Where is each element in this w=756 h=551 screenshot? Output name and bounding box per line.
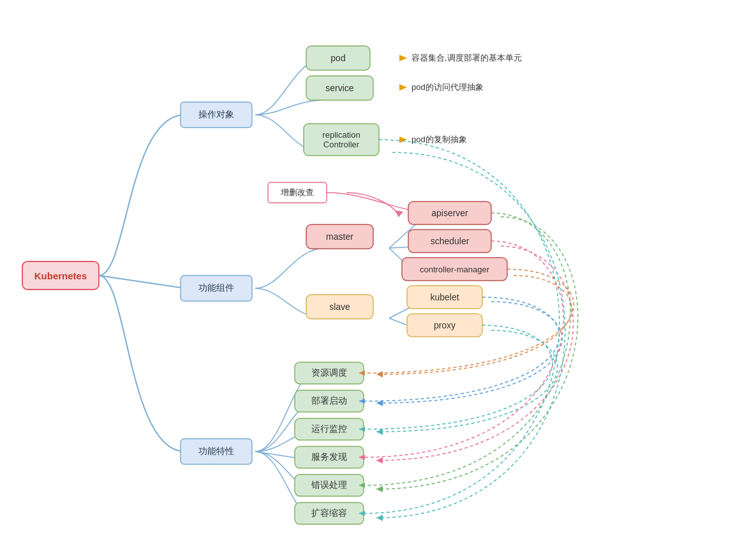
pod-annotation: 容器集合,调度部署的基本单元	[411, 53, 522, 62]
mind-map: Kubernetes 操作对象 功能组件 功能特性 pod 容器集合,调度部署的…	[0, 0, 756, 551]
bushu-label: 部署启动	[295, 390, 364, 412]
ctrlmgr-label: controller-manager	[402, 258, 507, 281]
yunxing-label: 运行监控	[295, 418, 364, 440]
cat3-label: 功能特性	[181, 439, 252, 464]
kubelet-label: kubelet	[407, 286, 482, 309]
cuowu-label: 错误处理	[295, 474, 364, 496]
svg-marker-6	[376, 515, 383, 521]
pod-label: pod	[306, 46, 370, 70]
cat2-label: 功能组件	[181, 276, 252, 301]
apiserver-label: apiserver	[408, 202, 491, 224]
repctrl-annotation: pod的复制抽象	[411, 135, 467, 144]
proxy-label: proxy	[407, 314, 482, 337]
svg-marker-0	[396, 210, 403, 217]
scheduler-label: scheduler	[408, 230, 491, 253]
svg-marker-3	[376, 429, 383, 435]
ziyuan-label: 资源调度	[295, 362, 364, 384]
svg-marker-7	[399, 55, 407, 61]
zengshancha-label: 增删改查	[268, 182, 327, 203]
root-label: Kubernetes	[22, 261, 99, 290]
svg-marker-4	[376, 457, 383, 464]
repctrl-label: replicationController	[304, 124, 379, 156]
fuwu-label: 服务发现	[295, 446, 364, 468]
master-label: master	[306, 224, 373, 249]
service-annotation: pod的访问代理抽象	[411, 82, 484, 92]
svg-marker-5	[376, 486, 383, 492]
cat1-label: 操作对象	[181, 102, 252, 128]
svg-marker-1	[376, 371, 383, 378]
service-label: service	[306, 76, 373, 100]
svg-marker-8	[399, 84, 407, 91]
slave-label: slave	[306, 295, 373, 319]
svg-marker-9	[399, 136, 407, 143]
kuorong-label: 扩容缩容	[295, 503, 364, 524]
